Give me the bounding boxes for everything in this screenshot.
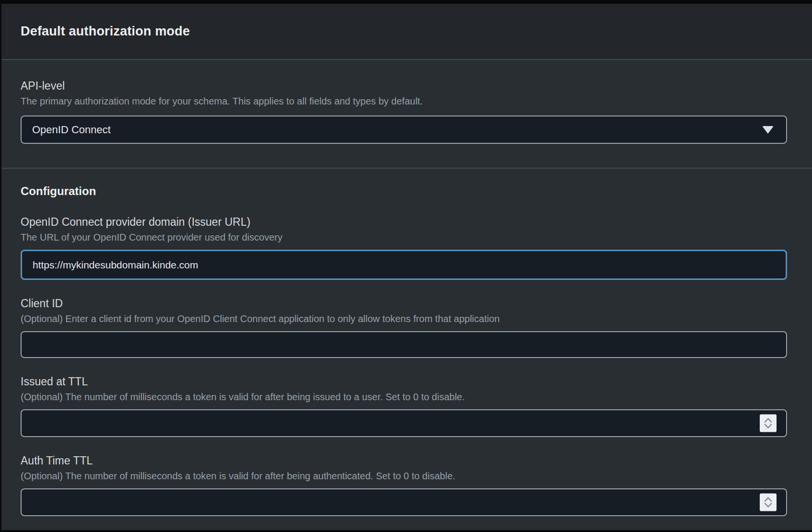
- issuer-url-field: OpenID Connect provider domain (Issuer U…: [21, 215, 787, 280]
- caret-down-icon: [762, 126, 774, 134]
- issuer-url-description: The URL of your OpenID Connect provider …: [21, 231, 787, 243]
- page-title: Default authorization mode: [21, 24, 190, 39]
- configuration-heading: Configuration: [21, 184, 787, 198]
- auth-time-ttl-label: Auth Time TTL: [21, 454, 787, 467]
- number-stepper[interactable]: [760, 415, 777, 432]
- settings-panel: Default authorization mode API-level The…: [1, 4, 812, 530]
- chevron-up-icon[interactable]: [764, 417, 773, 423]
- issued-at-ttl-label: Issued at TTL: [21, 375, 787, 388]
- chevron-down-icon[interactable]: [764, 424, 773, 429]
- client-id-field: Client ID (Optional) Enter a client id f…: [21, 297, 787, 358]
- issued-at-ttl-input-frame: [21, 409, 787, 437]
- issued-at-ttl-field: Issued at TTL (Optional) The number of m…: [21, 375, 787, 437]
- number-stepper[interactable]: [760, 494, 777, 511]
- api-level-label: API-level: [21, 79, 787, 93]
- auth-time-ttl-input[interactable]: [22, 489, 786, 515]
- auth-time-ttl-input-frame: [21, 488, 787, 516]
- configuration-section: Configuration OpenID Connect provider do…: [1, 169, 812, 516]
- issuer-url-input[interactable]: [22, 251, 786, 278]
- issuer-url-input-frame: [21, 250, 787, 280]
- client-id-input[interactable]: [22, 332, 786, 357]
- panel-header: Default authorization mode: [1, 4, 812, 60]
- auth-time-ttl-description: (Optional) The number of milliseconds a …: [21, 470, 787, 482]
- api-level-section: API-level The primary authorization mode…: [1, 60, 812, 168]
- authorization-mode-selected-value: OpenID Connect: [32, 124, 111, 136]
- chevron-up-icon[interactable]: [764, 497, 773, 502]
- client-id-input-frame: [21, 331, 787, 358]
- issued-at-ttl-input[interactable]: [22, 410, 786, 436]
- authorization-mode-select[interactable]: OpenID Connect: [21, 116, 787, 144]
- client-id-description: (Optional) Enter a client id from your O…: [21, 313, 787, 324]
- api-level-description: The primary authorization mode for your …: [21, 95, 787, 107]
- client-id-label: Client ID: [21, 297, 787, 310]
- chevron-down-icon[interactable]: [764, 503, 773, 509]
- issued-at-ttl-description: (Optional) The number of milliseconds a …: [21, 391, 787, 403]
- issuer-url-label: OpenID Connect provider domain (Issuer U…: [21, 215, 787, 229]
- auth-time-ttl-field: Auth Time TTL (Optional) The number of m…: [21, 454, 787, 516]
